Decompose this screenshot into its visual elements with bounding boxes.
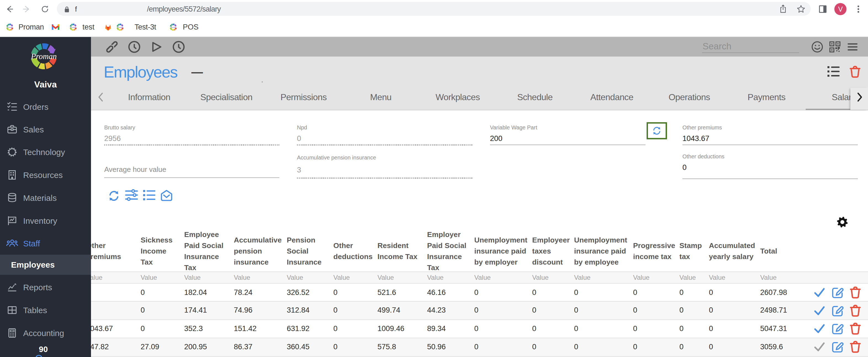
- svg-text:Prochef: Prochef: [170, 26, 176, 28]
- svg-text:Proman: Proman: [70, 26, 76, 28]
- svg-text:Proman: Proman: [31, 52, 57, 61]
- svg-text:Proman: Proman: [6, 26, 13, 28]
- svg-text:Proman: Proman: [117, 26, 123, 28]
